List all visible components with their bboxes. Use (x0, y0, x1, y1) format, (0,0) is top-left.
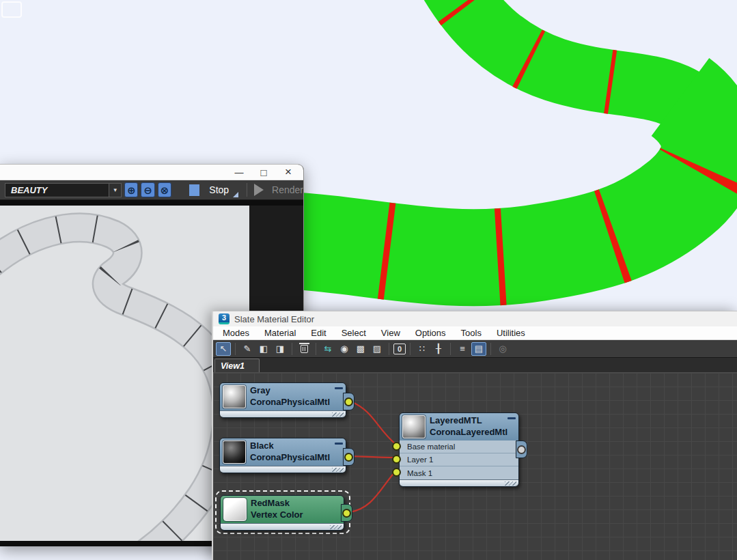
minimize-button[interactable]: — (227, 165, 251, 180)
input-pin[interactable] (392, 442, 401, 451)
node-resize-footer[interactable] (221, 523, 344, 530)
node-subtitle: CoronaLayeredMtl (430, 427, 507, 438)
render-color-swatch[interactable] (189, 184, 199, 196)
node-header[interactable]: RedMask Vertex Color (221, 496, 344, 523)
stop-button[interactable]: Stop (209, 184, 229, 195)
toolbar-divider (292, 343, 292, 355)
toolbar-divider (316, 343, 316, 355)
delete-selected-icon[interactable] (296, 342, 311, 356)
node-resize-footer[interactable] (220, 466, 346, 473)
show-shaded-material-icon[interactable]: ◧ (256, 342, 271, 356)
node-title: RedMask (251, 498, 303, 509)
zoom-in-icon: ⊕ (127, 185, 136, 195)
assign-material-to-selection-icon[interactable]: ◨ (273, 342, 288, 356)
zoom-reset-icon: ⊗ (161, 185, 169, 195)
output-socket[interactable] (343, 448, 354, 466)
node-subtitle: CoronaPhysicalMtl (250, 397, 330, 408)
menu-material[interactable]: Material (257, 328, 303, 338)
map-preview-swatch[interactable] (223, 498, 247, 521)
node-subtitle: Vertex Color (251, 509, 303, 521)
output-socket[interactable] (516, 440, 527, 458)
render-window-titlebar[interactable]: — □ × (0, 165, 303, 180)
node-header[interactable]: LayeredMTL CoronaLayeredMtl (400, 413, 518, 440)
toolbar-divider (247, 183, 247, 197)
render-button[interactable]: Render (272, 184, 303, 195)
output-pin[interactable] (344, 453, 353, 462)
toolbar-divider (450, 343, 451, 355)
zoom-out-button[interactable]: ⊖ (141, 182, 154, 197)
slate-titlebar[interactable]: 3 Slate Material Editor (213, 311, 737, 326)
layout-graph-icon[interactable]: ⇆ (320, 342, 335, 356)
wire-gray-to-base (351, 402, 396, 445)
trash-icon (301, 345, 308, 353)
output-pin[interactable] (342, 509, 351, 518)
input-slot-list: Base material Layer 1 Mask 1 (400, 440, 518, 479)
show-maps-icon[interactable]: ▨ (370, 342, 385, 356)
tab-view1[interactable]: View1 (214, 359, 260, 372)
slot-base-material[interactable]: Base material (400, 440, 518, 453)
toolbar-divider (389, 343, 389, 355)
material-preview-icon[interactable]: ◉ (337, 342, 352, 356)
material-preview-sphere[interactable] (402, 415, 426, 438)
menu-tools[interactable]: Tools (454, 328, 489, 338)
node-header[interactable]: Black CoronaPhysicalMtl (220, 438, 346, 466)
select-by-material-icon[interactable]: ◎ (495, 342, 510, 356)
selection-outline: RedMask Vertex Color (215, 490, 350, 534)
window-title: Slate Material Editor (234, 314, 314, 324)
render-channel-value: BEAUTY (5, 185, 47, 195)
select-tool-icon[interactable]: ↖ (216, 342, 231, 356)
menu-view[interactable]: View (374, 328, 408, 338)
input-pin[interactable] (392, 455, 401, 464)
menu-edit[interactable]: Edit (303, 328, 333, 338)
node-black-material[interactable]: Black CoronaPhysicalMtl (219, 438, 346, 473)
desktop: — □ × BEAUTY ▼ ⊕ ⊖ ⊗ Stop Render (0, 0, 737, 560)
menu-utilities[interactable]: Utilities (489, 328, 533, 338)
pick-material-icon[interactable]: ✎ (240, 342, 255, 356)
stop-flyout-icon[interactable] (233, 192, 238, 197)
zoom-reset-button[interactable]: ⊗ (158, 182, 171, 197)
slot-layer-1[interactable]: Layer 1 (400, 453, 518, 466)
node-resize-footer[interactable] (400, 479, 518, 486)
node-gray-material[interactable]: Gray CoronaPhysicalMtl (219, 382, 346, 418)
output-socket[interactable] (341, 504, 352, 522)
menu-options[interactable]: Options (408, 328, 454, 338)
node-resize-footer[interactable] (220, 410, 346, 417)
parameter-editor-toggle-icon[interactable]: ▤ (471, 342, 486, 356)
output-pin[interactable] (344, 397, 353, 406)
node-layeredmtl[interactable]: LayeredMTL CoronaLayeredMtl Base materia… (399, 412, 519, 487)
close-button[interactable]: × (276, 165, 301, 180)
chevron-down-icon[interactable]: ▼ (109, 184, 121, 197)
material-preview-sphere[interactable] (223, 385, 246, 408)
maximize-button[interactable]: □ (251, 165, 276, 180)
render-window-toolbar: BEAUTY ▼ ⊕ ⊖ ⊗ Stop Render (0, 180, 303, 200)
render-channel-select[interactable]: BEAUTY ▼ (5, 183, 122, 197)
layout-children-icon[interactable]: ╂ (431, 342, 446, 356)
slot-label: Base material (407, 443, 455, 451)
slot-label: Layer 1 (407, 456, 433, 464)
wire-redmask-to-mask1 (350, 471, 396, 512)
output-socket[interactable] (343, 393, 354, 410)
slate-menubar: Modes Material Edit Select View Options … (213, 326, 737, 340)
menu-select[interactable]: Select (334, 328, 374, 338)
show-controller-count-icon[interactable]: 0 (393, 344, 406, 354)
output-pin[interactable] (517, 445, 526, 454)
slot-mask-1[interactable]: Mask 1 (400, 466, 518, 479)
collapse-node-icon[interactable] (335, 387, 343, 389)
slate-toolbar: ↖ ✎ ◧ ◨ ⇆ ◉ ▩ ▨ 0 ∷ ╂ ≡ ▤ ◎ (213, 340, 737, 358)
slate-material-editor-window: 3 Slate Material Editor Modes Material E… (212, 311, 737, 560)
view-tabstrip: View1 (213, 358, 737, 373)
node-header[interactable]: Gray CoronaPhysicalMtl (220, 383, 346, 410)
layout-all-icon[interactable]: ∷ (415, 342, 430, 356)
material-preview-sphere[interactable] (223, 440, 246, 464)
3dsmax-app-icon: 3 (219, 313, 230, 324)
node-redmask-vertexcolor[interactable]: RedMask Vertex Color (220, 495, 344, 531)
show-background-icon[interactable]: ▩ (353, 342, 368, 356)
menu-modes[interactable]: Modes (215, 328, 257, 338)
node-graph-canvas[interactable]: Gray CoronaPhysicalMtl Black CoronaPhysi… (213, 373, 737, 560)
render-play-icon[interactable] (254, 184, 264, 196)
collapse-node-icon[interactable] (335, 443, 343, 445)
input-pin[interactable] (392, 468, 401, 477)
collapse-node-icon[interactable] (507, 417, 516, 419)
material-map-browser-toggle-icon[interactable]: ≡ (455, 342, 470, 356)
zoom-in-button[interactable]: ⊕ (124, 182, 138, 197)
